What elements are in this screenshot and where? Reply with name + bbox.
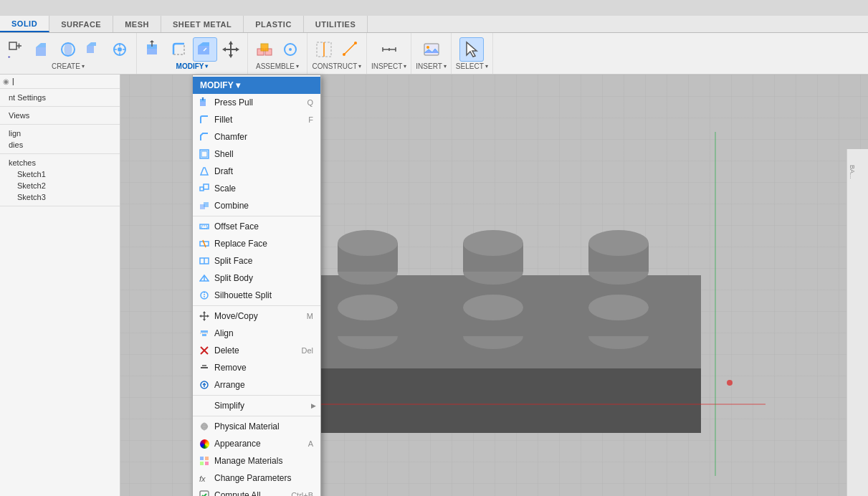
svg-marker-75	[201, 97, 204, 98]
inspect-label[interactable]: INSPECT▾	[371, 62, 406, 70]
tab-sheet-metal[interactable]: SHEET METAL	[161, 16, 244, 32]
revolve-icon[interactable]	[56, 37, 80, 62]
menu-item-chamfer[interactable]: Chamfer	[193, 128, 320, 146]
menu-item-manage-materials[interactable]: Manage Materials	[193, 452, 320, 469]
insert-label[interactable]: INSERT▾	[416, 62, 447, 70]
remove-icon	[199, 362, 210, 373]
assemble-label[interactable]: ASSEMBLE▾	[256, 62, 299, 70]
svg-text:fx: fx	[199, 474, 206, 483]
sidebar-item-settings[interactable]: nt Settings	[6, 92, 114, 103]
menu-item-silhouette-split[interactable]: Silhouette Split	[193, 287, 320, 304]
physical-material-icon	[199, 421, 210, 432]
svg-marker-78	[201, 168, 208, 175]
modify-dropdown-menu: MODIFY ▾ Press Pull Q Fillet F Chamfer	[192, 75, 321, 496]
svg-marker-25	[229, 54, 233, 58]
menu-item-split-face[interactable]: Split Face	[193, 252, 320, 270]
press-pull-toolbar-icon[interactable]	[141, 37, 166, 62]
tab-surface[interactable]: SURFACE	[49, 16, 113, 32]
svg-marker-95	[199, 315, 201, 318]
draft-icon	[199, 166, 210, 177]
select-label[interactable]: SELECT▾	[456, 62, 488, 70]
sidebar-item-sketch3[interactable]: Sketch3	[6, 191, 114, 203]
tab-solid[interactable]: SOLID	[0, 16, 49, 32]
svg-marker-50	[285, 368, 701, 433]
menu-item-offset-face[interactable]: Offset Face	[193, 218, 320, 235]
move-copy-label: Move/Copy	[214, 311, 258, 321]
menu-item-shell[interactable]: Shell	[193, 146, 320, 163]
toolbar-group-insert: INSERT▾	[411, 33, 452, 74]
select-icon[interactable]	[459, 37, 484, 62]
sidebar-item-views[interactable]: Views	[6, 110, 114, 121]
view-cube-label: |	[12, 77, 14, 85]
svg-rect-80	[204, 184, 209, 189]
menu-item-delete[interactable]: Delete Del	[193, 342, 320, 359]
menu-item-scale[interactable]: Scale	[193, 180, 320, 197]
assemble-icon[interactable]	[252, 37, 277, 62]
appearance-label: Appearance	[214, 439, 261, 449]
menu-item-split-body[interactable]: Split Body	[193, 270, 320, 287]
split-face-icon	[199, 255, 210, 267]
fillet-toolbar-icon[interactable]	[167, 37, 191, 62]
svg-rect-17	[147, 49, 157, 54]
svg-rect-97	[201, 330, 208, 333]
toolbar-group-create: +	[0, 33, 137, 74]
svg-point-56	[463, 230, 523, 256]
move-copy-toolbar-icon[interactable]	[219, 37, 243, 62]
menu-item-combine[interactable]: Combine	[193, 197, 320, 214]
svg-rect-72	[200, 102, 206, 106]
menu-item-fillet[interactable]: Fillet F	[193, 111, 320, 128]
joint-icon[interactable]	[278, 37, 302, 62]
sidebar-item-origin[interactable]: lign	[6, 128, 114, 139]
sidebar-section-views: Views	[0, 107, 120, 125]
menu-item-press-pull[interactable]: Press Pull Q	[193, 94, 320, 111]
arrange-icon	[199, 379, 210, 391]
sidebar-item-sketches-header[interactable]: ketches	[6, 157, 114, 168]
create-more-icon[interactable]	[82, 37, 106, 62]
construct-icon2[interactable]	[338, 37, 362, 62]
insert-image-icon[interactable]	[419, 37, 444, 62]
appearance-icon	[199, 438, 210, 449]
modify-label[interactable]: MODIFY▾	[176, 62, 209, 70]
modify-menu-header: MODIFY ▾	[193, 77, 320, 94]
svg-rect-111	[200, 462, 204, 465]
move-copy-icon	[199, 310, 210, 322]
tab-mesh[interactable]: MESH	[113, 16, 161, 32]
sketch3-label: Sketch3	[17, 193, 46, 201]
construct-label[interactable]: CONSTRUCT▾	[313, 62, 362, 70]
sketch1-label: Sketch1	[17, 170, 46, 178]
change-parameters-label: Change Parameters	[214, 473, 291, 483]
menu-sep-1	[193, 216, 320, 216]
measure-icon[interactable]	[377, 37, 401, 62]
pattern-icon[interactable]	[108, 37, 132, 62]
menu-item-simplify[interactable]: Simplify	[193, 397, 320, 414]
fillet-icon	[199, 114, 210, 125]
press-pull-label: Press Pull	[214, 97, 253, 108]
sidebar-item-sketch1[interactable]: Sketch1	[6, 168, 114, 180]
extrude-icon[interactable]	[30, 37, 54, 62]
chamfer-icon	[199, 131, 210, 143]
sidebar-item-bodies[interactable]: dies	[6, 139, 114, 151]
tab-plastic[interactable]: PLASTIC	[244, 16, 304, 32]
menu-item-move-copy[interactable]: Move/Copy M	[193, 307, 320, 325]
svg-point-43	[426, 46, 429, 49]
modify-active-icon[interactable]	[193, 37, 217, 62]
right-panel: BA...	[846, 149, 868, 496]
menu-item-replace-face[interactable]: Replace Face	[193, 235, 320, 252]
new-component-icon[interactable]: +	[4, 37, 29, 62]
create-label[interactable]: CREATE▾	[52, 62, 85, 70]
menu-item-appearance[interactable]: Appearance A	[193, 435, 320, 452]
menu-item-arrange[interactable]: Arrange	[193, 376, 320, 394]
menu-item-remove[interactable]: Remove	[193, 359, 320, 376]
replace-face-label: Replace Face	[214, 239, 267, 249]
sidebar-item-sketch2[interactable]: Sketch2	[6, 180, 114, 191]
construct-icon1[interactable]	[312, 37, 336, 62]
menu-item-compute-all[interactable]: Compute All Ctrl+B	[193, 487, 320, 496]
tab-utilities[interactable]: UTILITIES	[304, 16, 368, 32]
settings-label: nt Settings	[9, 93, 46, 102]
menu-item-align[interactable]: Align	[193, 325, 320, 342]
menu-item-change-parameters[interactable]: fx Change Parameters	[193, 469, 320, 487]
menu-item-physical-material[interactable]: Physical Material	[193, 418, 320, 435]
menu-item-draft[interactable]: Draft	[193, 163, 320, 180]
compute-all-icon	[199, 490, 210, 496]
toolbar-group-select: SELECT▾	[452, 33, 493, 74]
